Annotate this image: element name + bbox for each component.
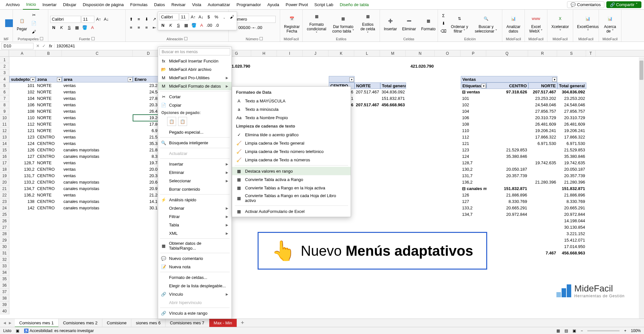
- col-header-L[interactable]: L: [354, 50, 380, 56]
- cell-P17[interactable]: 128,7: [461, 160, 487, 166]
- row-header-12[interactable]: 12: [0, 128, 9, 134]
- cell-P12[interactable]: 110: [461, 128, 487, 134]
- cell-C16[interactable]: canales mayoristas: [62, 153, 133, 160]
- cell-R10[interactable]: 20.310.729: [528, 115, 557, 121]
- cell-M7[interactable]: 151.832.871: [380, 95, 406, 102]
- row-header-29[interactable]: 29: [0, 237, 9, 243]
- cell-Q6[interactable]: 97.318.626: [487, 89, 528, 95]
- cell-S8[interactable]: 24.548.046: [557, 102, 586, 108]
- cell-B5[interactable]: NORTE: [36, 82, 62, 89]
- filter-arrow-icon[interactable]: ▾: [349, 77, 354, 82]
- mini-dec-decimal-button[interactable]: .0: [213, 22, 221, 29]
- cell-R9[interactable]: 27.856.757: [528, 108, 557, 115]
- menu-item[interactable]: fxMideFacil Insertar Función: [158, 57, 232, 65]
- menu-item[interactable]: Elegir de la lista desplegable...: [158, 282, 232, 290]
- cell-P10[interactable]: 106: [461, 115, 487, 121]
- menu-item[interactable]: Seleccionar▶: [158, 177, 232, 185]
- cell-B6[interactable]: NORTE: [36, 89, 62, 95]
- row-header-21[interactable]: 21: [0, 186, 9, 192]
- cell-A13[interactable]: 123: [9, 134, 36, 140]
- sheet-tab[interactable]: Comisione: [102, 319, 131, 327]
- cell-A6[interactable]: 102: [9, 89, 36, 95]
- name-box[interactable]: D10: [1, 43, 33, 49]
- submenu-item[interactable]: ▦Convierte Tabla activa a Rango: [232, 175, 351, 184]
- cell-A8[interactable]: 106: [9, 102, 36, 108]
- cell-S11[interactable]: 26.481.609: [557, 121, 586, 128]
- mini-italic-button[interactable]: K: [167, 22, 174, 29]
- orientation-button[interactable]: ↗: [151, 16, 158, 23]
- cell-S27[interactable]: 30.130.854: [557, 224, 586, 231]
- col-header-C[interactable]: C: [62, 50, 133, 56]
- submenu-item[interactable]: ▦Convierte Tablas a Rango en cada Hoja d…: [232, 192, 351, 204]
- sheet-tab[interactable]: Comisiones mes 2: [59, 319, 102, 327]
- menu-item[interactable]: 🔍Búsqueda inteligente: [158, 138, 232, 147]
- mini-border-button[interactable]: ▦: [183, 22, 190, 29]
- cell-P15[interactable]: 123: [461, 147, 487, 153]
- submenu-item[interactable]: aTexto a minúscula: [232, 105, 351, 113]
- cell-C22[interactable]: ventas: [62, 192, 133, 198]
- menu-item[interactable]: Ordenar▶: [158, 204, 232, 212]
- cell-L8[interactable]: 207.517.467: [355, 102, 380, 108]
- cell-B11[interactable]: NORTE: [36, 121, 62, 128]
- conditional-format-button[interactable]: ▦Formato condicional ˅: [305, 11, 328, 36]
- menu-item[interactable]: Borrar contenido: [158, 185, 232, 193]
- cell-A11[interactable]: 112: [9, 121, 36, 128]
- row-header-17[interactable]: 17: [0, 160, 9, 166]
- fill-button[interactable]: ⬇: [440, 20, 447, 27]
- submenu-item[interactable]: ▦Activar AutoFormulario de Excel: [232, 207, 351, 215]
- cell-S9[interactable]: 27.856.757: [557, 108, 586, 115]
- cell-S19[interactable]: 20.357.739: [557, 173, 586, 179]
- cell-S22[interactable]: 21.886.896: [557, 192, 586, 198]
- cell-B10[interactable]: NORTE: [36, 115, 62, 121]
- submenu-item[interactable]: 🧹Limpia cadena de Texto a números: [232, 156, 351, 164]
- cell-S18[interactable]: 20.050.187: [557, 166, 586, 173]
- col-header-R[interactable]: R: [528, 50, 557, 56]
- row-header-35[interactable]: 35: [0, 276, 9, 282]
- italic-button[interactable]: K: [58, 24, 65, 31]
- select-all-corner[interactable]: [0, 50, 9, 56]
- sheet-tab[interactable]: Comisiones mes 7: [166, 319, 209, 327]
- cell-R31[interactable]: 7.467: [528, 250, 557, 256]
- col-header-B[interactable]: B: [35, 50, 62, 56]
- menu-item[interactable]: XML▶: [158, 229, 232, 237]
- cell-S23[interactable]: 8.330.769: [557, 198, 586, 205]
- col-header-J[interactable]: J: [303, 50, 328, 56]
- cell-S31[interactable]: 456.668.963: [557, 250, 586, 256]
- zoom-out-button[interactable]: −: [581, 329, 583, 333]
- cell-S16[interactable]: 35.380.846: [557, 153, 586, 160]
- cell-A20[interactable]: 133,2: [9, 179, 36, 186]
- cell-C9[interactable]: ventas: [62, 108, 133, 115]
- cell-S26[interactable]: 14.198.044: [557, 218, 586, 224]
- submenu-item[interactable]: ✓Elimina tilde o acento gráfico: [232, 130, 351, 139]
- macro-record-icon[interactable]: ▣: [16, 329, 19, 333]
- col-header-Q[interactable]: Q: [486, 50, 528, 56]
- row-header-18[interactable]: 18: [0, 166, 9, 173]
- cell-A17[interactable]: 128,7: [9, 160, 36, 166]
- find-select-button[interactable]: 🔍Buscar y seleccionar ˅: [472, 14, 500, 33]
- menu-disposición-de-página[interactable]: Disposición de página: [80, 0, 127, 10]
- cell-S25[interactable]: 20.972.844: [557, 211, 586, 218]
- align-center-button[interactable]: ≡: [135, 24, 142, 31]
- row-header-3[interactable]: 3: [0, 70, 9, 76]
- cell-B21[interactable]: CENTRO: [36, 186, 62, 192]
- cell-P22[interactable]: 126: [461, 192, 487, 198]
- cell-A19[interactable]: 131,7: [9, 173, 36, 179]
- row-header-36[interactable]: 36: [0, 282, 9, 289]
- menu-item[interactable]: Eliminar▶: [158, 168, 232, 177]
- mini-format-painter-button[interactable]: 🖌: [228, 13, 235, 20]
- menu-diseño-de-tabla[interactable]: Diseño de tabla: [336, 0, 372, 10]
- cell-B12[interactable]: NORTE: [36, 128, 62, 134]
- cell-B19[interactable]: CENTRO: [36, 173, 62, 179]
- mini-underline-button[interactable]: S: [175, 22, 182, 29]
- cell-C23[interactable]: canales mayoristas: [62, 198, 133, 205]
- cell-M5[interactable]: Total general: [380, 82, 406, 89]
- cell-B13[interactable]: CENTRO: [36, 134, 62, 140]
- cell-Q15[interactable]: 21.529.853: [487, 147, 528, 153]
- row-header-16[interactable]: 16: [0, 153, 9, 160]
- menu-inicio[interactable]: Inicio: [23, 0, 39, 10]
- cell-P18[interactable]: 130,2: [461, 166, 487, 173]
- row-header-37[interactable]: 37: [0, 289, 9, 295]
- cell-Q22[interactable]: 21.886.896: [487, 192, 528, 198]
- cell-C5[interactable]: ventas: [62, 82, 133, 89]
- zoom-level[interactable]: 100%: [631, 329, 641, 333]
